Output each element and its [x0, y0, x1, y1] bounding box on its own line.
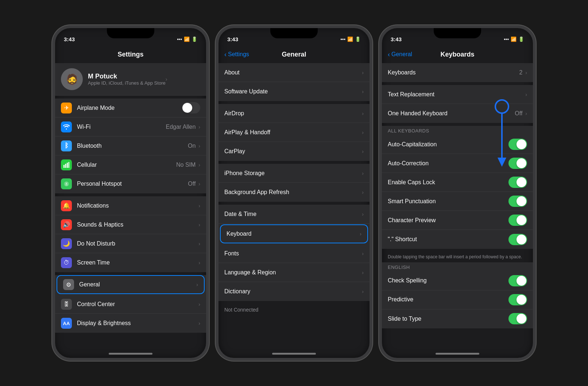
settings-item-one-handed[interactable]: One Handed Keyboard Off ›: [382, 104, 533, 123]
phone-2: 3:43 ▪▪▪ 📶 🔋 ‹ Settings General About ›: [216, 25, 372, 361]
shortcut-note: Double tapping the space bar will insert…: [382, 252, 533, 262]
keyboards-label: Keyboards: [388, 69, 519, 76]
settings-group-connectivity: ✈ Airplane Mode Wi-Fi Edgar Allen › ᛒ Bl: [55, 99, 206, 193]
check-spelling-toggle[interactable]: [508, 275, 527, 286]
general-chevron: ›: [196, 282, 198, 287]
back-chevron-3: ‹: [388, 51, 390, 58]
settings-item-screentime[interactable]: ⏱ Screen Time ›: [55, 253, 206, 272]
settings-item-software[interactable]: Software Update ›: [218, 82, 370, 101]
back-button-3[interactable]: ‹ General: [388, 51, 412, 58]
settings-item-bluetooth[interactable]: ᛒ Bluetooth On ›: [55, 136, 206, 155]
about-chevron: ›: [362, 70, 364, 76]
settings-item-datetime[interactable]: Date & Time ›: [218, 205, 370, 224]
phone-content-1: 🧔 M Potuck Apple ID, iCloud, iTunes & Ap…: [55, 63, 206, 349]
airplane-label: Airplane Mode: [77, 105, 182, 111]
settings-item-sounds[interactable]: 🔊 Sounds & Haptics ›: [55, 215, 206, 234]
settings-item-bg-refresh[interactable]: Background App Refresh ›: [218, 183, 370, 202]
settings-item-airplay[interactable]: AirPlay & Handoff ›: [218, 123, 370, 142]
auto-cap-toggle[interactable]: [508, 139, 527, 150]
period-shortcut-toggle[interactable]: [508, 234, 527, 245]
settings-group-storage: iPhone Storage › Background App Refresh …: [218, 164, 370, 202]
settings-item-keyboard[interactable]: Keyboard ›: [220, 224, 368, 243]
settings-item-dictionary[interactable]: Dictionary ›: [218, 282, 370, 301]
home-bar-2: [272, 353, 316, 355]
settings-item-period-shortcut[interactable]: "." Shortcut: [382, 230, 533, 249]
auto-cap-label: Auto-Capitalization: [388, 141, 508, 148]
settings-item-controlcenter[interactable]: 🎛 Control Center ›: [55, 295, 206, 314]
settings-item-auto-correct[interactable]: Auto-Correction: [382, 154, 533, 173]
settings-group-wireless: AirDrop › AirPlay & Handoff › CarPlay ›: [218, 104, 370, 161]
settings-item-about[interactable]: About ›: [218, 63, 370, 82]
svg-rect-0: [63, 165, 65, 168]
screenshot-container: 3:43 ▪▪▪ 📶 🔋 Settings 🧔 M Potuck Apple I…: [0, 0, 588, 386]
keyboard-chevron: ›: [360, 231, 361, 237]
notifications-icon: 🔔: [61, 200, 72, 211]
time-3: 3:43: [391, 36, 402, 42]
settings-item-dnd[interactable]: 🌙 Do Not Disturb ›: [55, 234, 206, 253]
settings-group-keyboards-top: Keyboards 2 ›: [382, 63, 533, 82]
caps-lock-label: Enable Caps Lock: [388, 179, 508, 186]
check-spelling-label: Check Spelling: [388, 277, 508, 284]
settings-group-alerts: 🔔 Notifications › 🔊 Sounds & Haptics › 🌙…: [55, 196, 206, 272]
iphone-storage-label: iPhone Storage: [224, 170, 362, 177]
status-icons-1: ▪▪▪ 📶 🔋: [177, 36, 197, 42]
period-shortcut-label: "." Shortcut: [388, 236, 508, 243]
settings-item-iphone-storage[interactable]: iPhone Storage ›: [218, 164, 370, 183]
settings-item-keyboards[interactable]: Keyboards 2 ›: [382, 63, 533, 82]
datetime-chevron: ›: [362, 211, 364, 217]
carplay-label: CarPlay: [224, 148, 362, 155]
display-label: Display & Brightness: [77, 320, 198, 327]
datetime-label: Date & Time: [224, 211, 362, 217]
settings-item-airplane[interactable]: ✈ Airplane Mode: [55, 99, 206, 117]
notch-1: [107, 28, 154, 38]
settings-item-airdrop[interactable]: AirDrop ›: [218, 104, 370, 123]
text-replacement-chevron: ›: [525, 92, 527, 97]
english-header: ENGLISH: [382, 262, 533, 271]
settings-item-cellular[interactable]: Cellular No SIM ›: [55, 155, 206, 174]
smart-punct-toggle[interactable]: [508, 196, 527, 207]
settings-item-general[interactable]: ⚙ General ›: [57, 275, 205, 294]
slide-type-toggle[interactable]: [508, 313, 527, 324]
settings-item-check-spelling[interactable]: Check Spelling: [382, 271, 533, 290]
profile-section[interactable]: 🧔 M Potuck Apple ID, iCloud, iTunes & Ap…: [55, 63, 206, 96]
settings-item-fonts[interactable]: Fonts ›: [218, 244, 370, 263]
settings-item-display[interactable]: AA Display & Brightness ›: [55, 314, 206, 333]
sounds-label: Sounds & Haptics: [77, 221, 198, 228]
keyboards-count: 2: [519, 69, 522, 76]
char-preview-toggle[interactable]: [508, 215, 527, 226]
dnd-label: Do Not Disturb: [77, 240, 198, 247]
settings-item-predictive[interactable]: Predictive: [382, 290, 533, 309]
keyboards-chevron: ›: [525, 70, 527, 76]
settings-item-carplay[interactable]: CarPlay ›: [218, 142, 370, 161]
settings-item-smart-punct[interactable]: Smart Punctuation: [382, 192, 533, 211]
hotspot-icon: ⑧: [61, 178, 72, 189]
airplane-toggle[interactable]: [182, 102, 200, 113]
caps-lock-toggle[interactable]: [508, 177, 527, 188]
settings-group-all-keyboards: ALL KEYBOARDS Auto-Capitalization Auto-C…: [382, 126, 533, 249]
sounds-chevron: ›: [198, 222, 200, 228]
dnd-icon: 🌙: [61, 238, 72, 249]
auto-correct-toggle[interactable]: [508, 158, 527, 169]
software-chevron: ›: [362, 89, 364, 94]
settings-item-hotspot[interactable]: ⑧ Personal Hotspot Off ›: [55, 174, 206, 193]
predictive-toggle[interactable]: [508, 294, 527, 305]
settings-item-caps-lock[interactable]: Enable Caps Lock: [382, 173, 533, 192]
settings-item-wifi[interactable]: Wi-Fi Edgar Allen ›: [55, 117, 206, 136]
profile-name: M Potuck: [88, 73, 166, 80]
settings-item-auto-cap[interactable]: Auto-Capitalization: [382, 135, 533, 154]
notch-3: [434, 28, 481, 38]
page-title-2: General: [282, 51, 306, 58]
bg-refresh-chevron: ›: [362, 189, 364, 195]
settings-group-about: About › Software Update ›: [218, 63, 370, 101]
display-icon: AA: [61, 318, 72, 329]
signal-icon-3: ▪▪▪: [504, 36, 509, 42]
sounds-icon: 🔊: [61, 219, 72, 230]
settings-item-char-preview[interactable]: Character Preview: [382, 211, 533, 230]
predictive-label: Predictive: [388, 296, 508, 303]
battery-icon: 🔋: [192, 36, 197, 42]
settings-item-language[interactable]: Language & Region ›: [218, 263, 370, 282]
back-button-2[interactable]: ‹ Settings: [224, 51, 249, 58]
settings-item-text-replacement[interactable]: Text Replacement ›: [382, 85, 533, 104]
settings-item-slide-type[interactable]: Slide to Type: [382, 309, 533, 328]
settings-item-notifications[interactable]: 🔔 Notifications ›: [55, 196, 206, 215]
